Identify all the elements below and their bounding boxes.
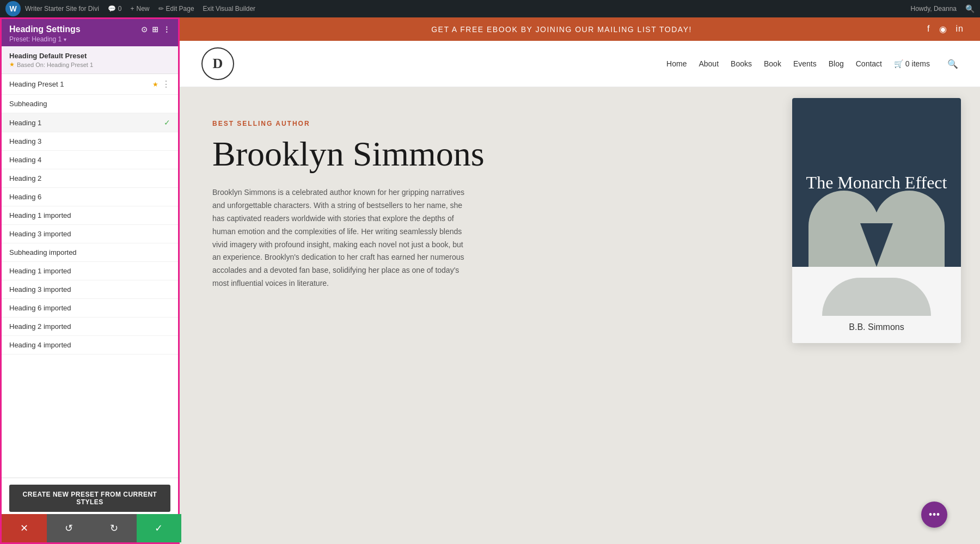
list-item[interactable]: Heading 1✓: [2, 113, 178, 132]
panel-title: Heading Settings: [9, 25, 81, 34]
admin-bar-search-icon[interactable]: 🔍: [965, 4, 975, 13]
admin-bar-right: Howdy, Deanna 🔍: [911, 4, 975, 13]
wp-logo-icon[interactable]: W: [5, 1, 21, 16]
list-item[interactable]: Heading 2 imported: [2, 317, 178, 336]
site-hero: BEST SELLING AUTHOR Brooklyn Simmons Bro…: [180, 87, 980, 544]
nav-link-book[interactable]: Book: [764, 59, 781, 68]
save-icon: ✓: [155, 522, 163, 534]
redo-icon: ↻: [110, 522, 118, 534]
panel-layout-icon[interactable]: ⊞: [152, 25, 158, 34]
preset-item-label: Heading 6 imported: [9, 304, 71, 312]
book-card: The Monarch Effect B.B. Simmons: [792, 98, 961, 343]
nav-link-contact[interactable]: Contact: [856, 59, 882, 68]
list-item[interactable]: Subheading imported: [2, 243, 178, 262]
preset-item-label: Heading 1: [9, 119, 41, 127]
admin-bar-comments[interactable]: 💬 0: [108, 5, 122, 13]
list-item[interactable]: Heading 4 imported: [2, 336, 178, 354]
preset-item-label: Heading 3 imported: [9, 285, 71, 294]
default-preset-based: ★ Based On: Heading Preset 1: [9, 61, 170, 68]
facebook-icon[interactable]: f: [927, 24, 930, 34]
list-item[interactable]: Subheading: [2, 95, 178, 113]
default-preset-based-text: Based On: Heading Preset 1: [17, 62, 93, 68]
nav-cart[interactable]: 🛒 0 items: [894, 59, 930, 68]
panel-search-icon[interactable]: ⊙: [141, 25, 148, 34]
admin-bar-items: Writer Starter Site for Divi 💬 0 + New ✏…: [25, 5, 911, 13]
default-preset-title: Heading Default Preset: [9, 52, 170, 60]
panel-header-icons: ⊙ ⊞ ⋮: [141, 25, 170, 34]
list-item[interactable]: Heading 3 imported: [2, 280, 178, 299]
preset-item-label: Subheading imported: [9, 248, 77, 256]
panel-header: Heading Settings ⊙ ⊞ ⋮ Preset: Heading 1…: [2, 19, 178, 46]
list-item[interactable]: Heading 3 imported: [2, 225, 178, 243]
undo-button[interactable]: ↺: [47, 514, 92, 542]
bottom-toolbar: ✕ ↺ ↻ ✓: [2, 514, 181, 542]
admin-bar-edit-page[interactable]: ✏ Edit Page: [158, 5, 194, 13]
preset-dots-icon[interactable]: ⋮: [162, 79, 170, 89]
preset-item-label: Heading 3 imported: [9, 230, 71, 238]
nav-link-about[interactable]: About: [699, 59, 719, 68]
nav-link-home[interactable]: Home: [666, 59, 687, 68]
default-preset-star-icon: ★: [9, 61, 15, 68]
main-area: Heading Settings ⊙ ⊞ ⋮ Preset: Heading 1…: [0, 17, 980, 544]
preset-item-label: Heading 1 imported: [9, 267, 71, 275]
site-logo: D: [201, 47, 234, 80]
book-cover: The Monarch Effect: [792, 98, 961, 267]
preset-item-label: Heading Preset 1: [9, 80, 64, 88]
list-item[interactable]: Heading 1 imported: [2, 206, 178, 225]
admin-bar-howdy: Howdy, Deanna: [911, 5, 957, 13]
preset-star-icon[interactable]: ★: [152, 81, 158, 88]
fab-button[interactable]: •••: [921, 502, 947, 528]
undo-icon: ↺: [65, 522, 73, 534]
list-item[interactable]: Heading Preset 1★⋮: [2, 74, 178, 95]
hero-badge: BEST SELLING AUTHOR: [212, 120, 740, 127]
preset-check-icon: ✓: [164, 118, 170, 127]
preset-item-label: Heading 4: [9, 156, 41, 164]
banner-social-icons: f ◉ in: [927, 24, 964, 34]
preset-label-text: Preset: Heading 1: [9, 35, 62, 43]
redo-button[interactable]: ↻: [91, 514, 137, 542]
cancel-button[interactable]: ✕: [2, 514, 47, 542]
preset-list: Heading Preset 1★⋮SubheadingHeading 1✓He…: [2, 74, 178, 478]
default-preset-section: Heading Default Preset ★ Based On: Headi…: [2, 46, 178, 74]
admin-bar-exit-builder[interactable]: Exit Visual Builder: [203, 5, 256, 13]
admin-bar-new[interactable]: + New: [131, 5, 150, 13]
panel-more-icon[interactable]: ⋮: [163, 25, 170, 34]
save-button[interactable]: ✓: [137, 514, 182, 542]
admin-bar-site[interactable]: Writer Starter Site for Divi: [25, 5, 99, 13]
wp-admin-bar: W Writer Starter Site for Divi 💬 0 + New…: [0, 0, 980, 17]
preset-item-label: Heading 3: [9, 137, 41, 145]
list-item[interactable]: Heading 2: [2, 169, 178, 188]
linkedin-icon[interactable]: in: [956, 24, 964, 34]
list-item[interactable]: Heading 4: [2, 151, 178, 169]
book-title: The Monarch Effect: [806, 172, 947, 193]
site-nav: D HomeAboutBooksBookEventsBlogContact🛒 0…: [180, 41, 980, 87]
nav-search-icon[interactable]: 🔍: [947, 59, 958, 69]
book-bottom-art: [822, 278, 931, 316]
cancel-icon: ✕: [20, 522, 28, 534]
preset-arrow-icon: ▾: [64, 36, 66, 42]
list-item[interactable]: Heading 6: [2, 188, 178, 206]
nav-link-books[interactable]: Books: [731, 59, 752, 68]
panel-title-row: Heading Settings ⊙ ⊞ ⋮: [9, 25, 170, 34]
list-item[interactable]: Heading 3: [2, 132, 178, 151]
preset-item-actions: ✓: [164, 118, 170, 127]
preset-item-label: Heading 1 imported: [9, 211, 71, 219]
site-banner: GET A FREE EBOOK BY JOINING OUR MAILING …: [180, 17, 980, 41]
preset-item-label: Heading 2: [9, 174, 41, 182]
site-preview: GET A FREE EBOOK BY JOINING OUR MAILING …: [180, 17, 980, 544]
list-item[interactable]: Heading 1 imported: [2, 262, 178, 280]
hero-author-bio: Brooklyn Simmons is a celebrated author …: [212, 186, 474, 290]
list-item[interactable]: Heading 6 imported: [2, 299, 178, 317]
preset-item-label: Subheading: [9, 100, 47, 108]
fab-dots-icon: •••: [928, 509, 940, 521]
create-preset-button[interactable]: CREATE NEW PRESET FROM CURRENT STYLES: [9, 485, 170, 512]
preset-label-row[interactable]: Preset: Heading 1 ▾: [9, 35, 170, 43]
preset-item-label: Heading 4 imported: [9, 341, 71, 349]
admin-bar-site-name: Writer Starter Site for Divi: [25, 5, 99, 13]
book-footer: B.B. Simmons: [792, 267, 961, 343]
instagram-icon[interactable]: ◉: [939, 24, 947, 34]
nav-link-blog[interactable]: Blog: [829, 59, 844, 68]
nav-link-events[interactable]: Events: [793, 59, 817, 68]
heading-settings-panel: Heading Settings ⊙ ⊞ ⋮ Preset: Heading 1…: [0, 17, 180, 544]
book-author-credit: B.B. Simmons: [803, 322, 950, 332]
